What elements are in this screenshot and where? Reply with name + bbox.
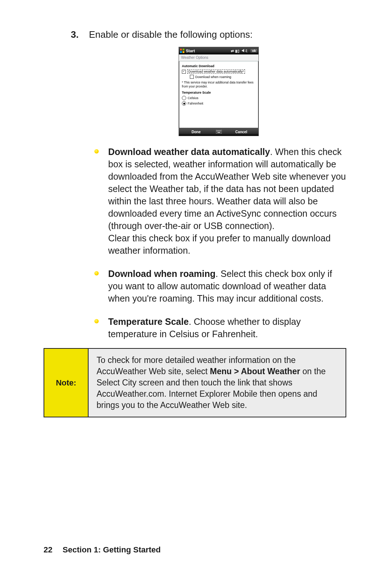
phone-frame: Start ⇄ ▮▯ ◀ミ ok Weather Options Automat… xyxy=(179,47,259,136)
keyboard-icon xyxy=(213,130,224,134)
ok-button: ok xyxy=(250,49,257,53)
bullet-download-auto: Download weather data automatically. Whe… xyxy=(94,146,348,257)
note-body-strong: Menu > About Weather xyxy=(210,367,300,376)
bullet2-strong: Download when roaming xyxy=(108,269,216,279)
connectivity-icon: ⇄ xyxy=(231,49,234,53)
service-note: * This service may incur additional data… xyxy=(182,81,256,89)
bullet1-text-b: Clear this check box if you prefer to ma… xyxy=(108,233,331,256)
radio-unselected-icon xyxy=(182,96,186,100)
checkbox-download-roaming-label: Download when roaming xyxy=(195,75,231,79)
note-box: Note: To check for more detailed weather… xyxy=(44,348,346,417)
svg-rect-1 xyxy=(217,131,217,131)
checkbox-download-auto: ✓ Download weather data automatically* xyxy=(182,69,256,74)
bullet1-text-a: . When this check box is selected, weath… xyxy=(108,147,346,231)
radio-fahrenheit: Fahrenheit xyxy=(182,101,256,106)
note-label: Note: xyxy=(44,349,89,417)
section-title: Section 1: Getting Started xyxy=(63,545,161,554)
svg-rect-3 xyxy=(219,131,220,131)
note-body: To check for more detailed weather infor… xyxy=(89,349,346,417)
bullet-download-roaming: Download when roaming. Select this check… xyxy=(94,267,348,305)
checkbox-checked-icon: ✓ xyxy=(182,70,186,74)
section-automatic-download: Automatic Download xyxy=(182,64,256,68)
section-temperature-scale: Temperature Scale xyxy=(182,91,256,94)
svg-rect-4 xyxy=(220,131,221,131)
signal-icon: ▮▯ xyxy=(235,49,240,53)
bullet1-strong: Download weather data automatically xyxy=(108,147,270,157)
radio-celsius: Celsius xyxy=(182,96,256,100)
bullet3-strong: Temperature Scale xyxy=(108,316,189,327)
svg-rect-2 xyxy=(218,131,219,131)
phone-bottombar: Done Cancel xyxy=(179,128,258,136)
phone-titlebar: Start ⇄ ▮▯ ◀ミ ok xyxy=(179,47,258,54)
bullet-icon xyxy=(94,271,99,275)
step-3: 3. Enable or disable the following optio… xyxy=(71,29,348,143)
done-button: Done xyxy=(179,130,213,134)
speaker-icon: ◀ミ xyxy=(241,48,248,53)
bullet-list: Download weather data automatically. Whe… xyxy=(94,146,348,340)
checkbox-unchecked-icon xyxy=(190,75,194,79)
bullet-temperature-scale: Temperature Scale. Choose whether to dis… xyxy=(94,315,348,340)
phone-subtitle: Weather Options xyxy=(179,54,258,61)
radio-selected-icon xyxy=(182,101,186,106)
bullet-icon xyxy=(94,319,99,323)
step-text: Enable or disable the following options: xyxy=(89,29,253,40)
cancel-button: Cancel xyxy=(224,130,259,134)
checkbox-download-auto-label: Download weather data automatically* xyxy=(187,69,245,74)
phone-content: Automatic Download ✓ Download weather da… xyxy=(179,61,258,128)
bullet-icon xyxy=(94,149,99,154)
svg-rect-0 xyxy=(216,130,222,134)
radio-fahrenheit-label: Fahrenheit xyxy=(188,102,203,105)
svg-rect-5 xyxy=(217,132,220,133)
windows-logo-icon xyxy=(180,49,184,53)
start-label: Start xyxy=(186,49,195,53)
page-footer: 22 Section 1: Getting Started xyxy=(44,545,161,555)
phone-screenshot: Start ⇄ ▮▯ ◀ミ ok Weather Options Automat… xyxy=(89,47,348,136)
page-number: 22 xyxy=(44,545,52,554)
radio-celsius-label: Celsius xyxy=(188,96,199,100)
step-number: 3. xyxy=(71,29,89,143)
checkbox-download-roaming: Download when roaming xyxy=(190,75,256,79)
